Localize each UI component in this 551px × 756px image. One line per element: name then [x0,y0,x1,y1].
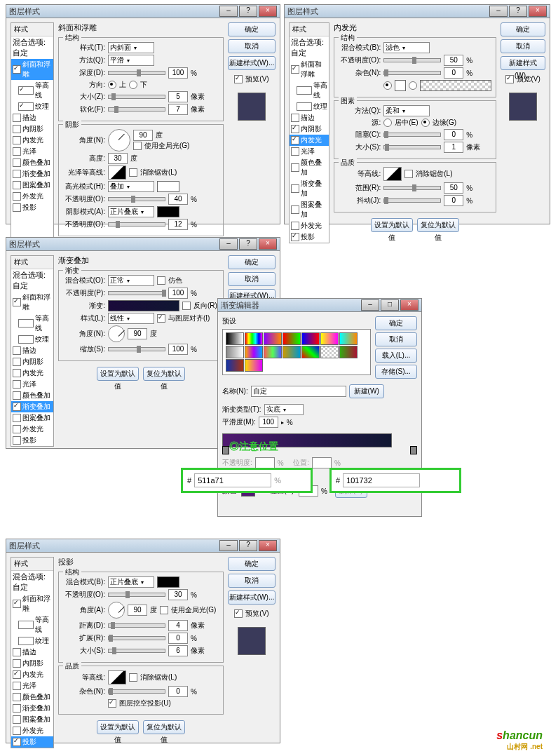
highlight-mode-combo[interactable]: 叠加 [108,181,154,192]
style-checkbox[interactable] [18,319,34,328]
altitude-input[interactable]: 30 [108,153,128,164]
angle-wheel[interactable] [108,325,125,342]
style-checkbox[interactable] [13,380,21,389]
style-checkbox[interactable] [13,114,21,122]
style-checkbox[interactable] [291,147,299,156]
style-item-9[interactable]: 图案叠加 [11,180,53,191]
style-item-5[interactable]: 内发光 [11,669,53,680]
range-slider[interactable] [383,186,441,190]
style-item-6[interactable]: 光泽 [290,146,329,157]
style-item-1[interactable]: 等高线 [290,80,329,101]
method-combo[interactable]: 柔和 [383,105,430,116]
opacity-input[interactable]: 100 [168,288,188,299]
highlight-color-swatch[interactable] [157,181,179,192]
reverse-checkbox[interactable] [182,302,191,310]
style-item-5[interactable]: 内发光 [290,135,329,146]
style-checkbox[interactable] [18,102,34,111]
help-icon[interactable]: ? [239,540,257,551]
style-checkbox[interactable] [13,125,21,133]
jitter-slider[interactable] [383,198,441,203]
depth-slider[interactable] [108,71,165,75]
antialias-checkbox[interactable] [129,168,137,177]
opacity-slider[interactable] [108,291,165,295]
ge-cancel-button[interactable]: 取消 [375,332,417,346]
preset-swatch[interactable] [226,332,244,345]
scale-input[interactable]: 100 [168,344,188,355]
style-item-7[interactable]: 颜色叠加 [11,390,53,401]
close-icon[interactable]: × [259,540,277,551]
style-item-2[interactable]: 纹理 [11,101,53,112]
style-item-2[interactable]: 纹理 [11,635,53,647]
style-item-3[interactable]: 描边 [11,345,53,356]
gradient-style-combo[interactable]: 线性 [108,313,154,324]
dither-checkbox[interactable] [157,276,165,285]
style-item-0[interactable]: 斜面和浮雕 [11,292,53,313]
style-item-11[interactable]: 投影 [290,231,329,243]
style-checkbox[interactable] [13,298,21,306]
preset-swatch[interactable] [264,346,282,358]
style-checkbox[interactable] [18,86,34,95]
preset-swatch[interactable] [320,346,339,358]
style-checkbox[interactable] [291,136,299,144]
close-icon[interactable]: × [400,299,419,311]
hl-opacity-input[interactable]: 40 [168,194,188,205]
choke-input[interactable]: 0 [444,129,463,140]
style-checkbox[interactable] [13,391,21,400]
cancel-button[interactable]: 取消 [228,574,276,588]
new-style-button[interactable]: 新建样式(W)... [501,56,545,70]
style-checkbox[interactable] [13,727,21,735]
antialias-checkbox[interactable] [404,170,413,178]
blend-mode-combo[interactable]: 正常 [108,275,154,286]
size-slider[interactable] [383,145,441,149]
style-item-7[interactable]: 颜色叠加 [290,157,329,178]
gradient-type-combo[interactable]: 实底 [264,404,304,415]
style-checkbox[interactable] [18,621,34,629]
blend-options-item[interactable]: 混合选项:自定 [11,269,53,292]
hex1-input[interactable]: 511a71 [194,473,271,487]
preset-swatch[interactable] [245,359,263,372]
ge-load-button[interactable]: 载入(L)... [375,349,417,363]
help-icon[interactable]: ? [509,6,527,17]
set-default-button[interactable]: 设置为默认值 [97,367,139,381]
style-item-10[interactable]: 外发光 [290,220,329,231]
style-item-0[interactable]: 斜面和浮雕 [11,593,53,614]
style-checkbox[interactable] [13,158,21,167]
method-combo[interactable]: 平滑 [108,55,154,66]
maximize-icon[interactable]: □ [381,299,399,311]
style-checkbox[interactable] [13,600,21,608]
size-input[interactable]: 1 [444,142,463,153]
style-item-1[interactable]: 等高线 [11,614,53,635]
style-checkbox[interactable] [13,425,21,433]
style-item-7[interactable]: 颜色叠加 [11,157,53,168]
size-slider[interactable] [108,649,165,653]
style-checkbox[interactable] [18,637,34,645]
minimize-icon[interactable]: – [219,238,238,250]
style-checkbox[interactable] [297,102,312,111]
style-checkbox[interactable] [13,670,21,679]
global-light-checkbox[interactable] [160,606,168,614]
noise-slider[interactable] [108,689,165,694]
close-icon[interactable]: × [259,6,277,17]
gloss-contour[interactable] [108,166,126,180]
help-icon[interactable]: ? [239,6,257,17]
style-checkbox[interactable] [291,233,299,241]
cancel-button[interactable]: 取消 [228,39,276,53]
ok-button[interactable]: 确定 [501,22,545,36]
opacity-input[interactable]: 50 [444,55,463,66]
minimize-icon[interactable]: – [361,299,379,311]
glow-color-swatch[interactable] [395,80,406,91]
style-item-4[interactable]: 内阴影 [11,658,53,669]
style-checkbox[interactable] [13,170,21,178]
opacity-input[interactable]: 30 [168,589,188,600]
style-item-8[interactable]: 渐变叠加 [11,401,53,412]
preview-checkbox[interactable] [505,75,514,83]
style-item-3[interactable]: 描边 [11,647,53,658]
size-input[interactable]: 5 [168,91,188,102]
choke-slider[interactable] [383,133,441,137]
size-input[interactable]: 6 [168,645,188,656]
gradient-picker[interactable] [108,300,179,311]
style-item-2[interactable]: 纹理 [290,101,329,112]
glow-gradient[interactable] [420,80,491,91]
distance-slider[interactable] [108,623,165,628]
style-item-0[interactable]: 斜面和浮雕 [11,59,53,80]
